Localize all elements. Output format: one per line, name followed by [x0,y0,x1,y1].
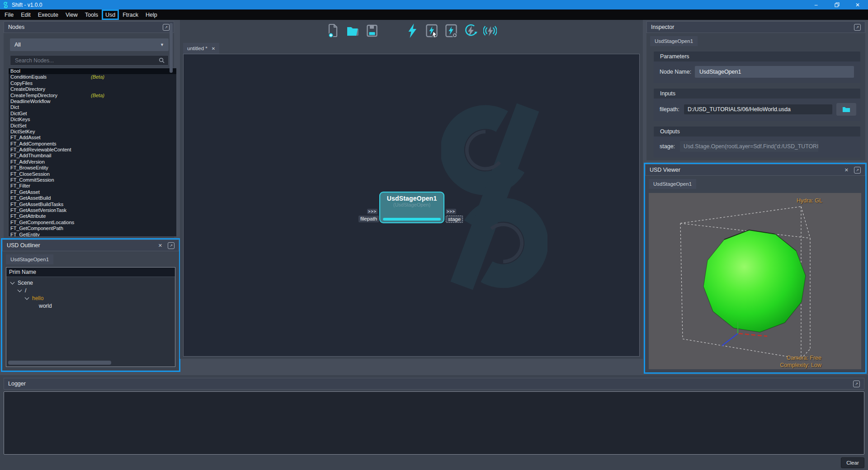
folder-icon [842,106,850,113]
node-type-item[interactable]: DictSetKey [9,129,176,135]
inspector-tab[interactable]: UsdStageOpen1 [650,36,698,46]
inspector-header: Inspector ↗ [646,21,865,33]
node-graph-view[interactable]: >>> filepath UsdStageOpen1 (UsdStageOpen… [183,54,640,357]
node-type-item[interactable]: FT_GetComponentPath [9,226,176,231]
menu-item-file[interactable]: File [1,9,17,20]
save-scene-icon[interactable] [365,23,379,38]
re-execute-icon[interactable] [464,23,477,38]
open-scene-icon[interactable] [346,23,359,38]
node-graph-panel: untitled * ✕ >>> filepath UsdStageOpen1 … [180,20,643,359]
graph-tab-untitled[interactable]: untitled * ✕ [183,43,219,54]
menu-item-ftrack[interactable]: Ftrack [119,9,142,20]
new-scene-icon[interactable] [326,23,340,38]
node-type-item[interactable]: FT_Filter [9,183,176,189]
float-panel-icon[interactable]: ↗ [854,24,861,31]
restore-button[interactable] [826,0,847,9]
node-type-item[interactable]: Bool [9,68,176,74]
outputs-section-header: Outputs [654,127,860,136]
usd-stage-open-node[interactable]: UsdStageOpen1 (UsdStageOpen) [379,192,444,223]
node-type-item[interactable]: ConditionEquals(Beta) [9,74,176,80]
node-type-item[interactable]: FT_GetComponentLocations [9,220,176,226]
node-type-item[interactable]: DeadlineWorkflow [9,99,176,104]
float-panel-icon[interactable]: ↗ [163,24,170,31]
float-panel-icon[interactable]: ↗ [854,167,861,174]
menu-item-help[interactable]: Help [142,9,161,20]
menu-item-view[interactable]: View [62,9,81,20]
node-filter-dropdown[interactable]: All ▼ [10,38,169,51]
outliner-header: USD Outliner ✕ ↗ [2,240,179,251]
menu-item-execute[interactable]: Execute [34,9,62,20]
expand-chevron-icon[interactable] [10,280,15,284]
execute-selected-icon[interactable] [425,23,439,38]
usd-outliner-panel: USD Outliner ✕ ↗ UsdStageOpen1 Prim Name… [1,238,180,372]
node-name-field[interactable] [695,66,854,78]
scene-render [649,193,861,369]
logger-output-area[interactable] [4,391,864,455]
node-type-item[interactable]: CreateDirectory [9,86,176,92]
node-type-item[interactable]: FT_AddComponents [9,141,176,147]
live-execution-icon[interactable] [483,23,497,38]
node-type-item[interactable]: FT_AddVersion [9,159,176,165]
node-type-item[interactable]: FT_BrowseEntity [9,165,176,171]
inputs-section: Inputs filepath: [654,89,860,121]
viewer-viewport[interactable]: Hydra: GL Camera: Free Complexity: Low [649,193,861,369]
browse-file-button[interactable] [836,103,856,116]
tree-item[interactable]: / [6,287,175,294]
node-type-item[interactable]: DictGet [9,111,176,117]
node-type-item[interactable]: FT_GetAsset [9,189,176,195]
filepath-label: filepath: [660,106,684,113]
node-type-item[interactable]: FT_AddThumbnail [9,153,176,159]
beta-badge: (Beta) [91,74,104,80]
expand-chevron-icon[interactable] [25,295,29,300]
tree-item[interactable]: Scene [6,279,175,287]
expand-chevron-icon[interactable] [18,287,22,292]
node-subtitle: (UsdStageOpen) [380,202,443,207]
node-type-item[interactable]: CreateTempDirectory(Beta) [9,93,176,99]
close-button[interactable]: ✕ [847,0,868,9]
nodes-panel-title: Nodes [8,24,24,30]
tab-close-icon[interactable]: ✕ [212,46,215,51]
chevron-down-icon: ▼ [160,42,164,47]
node-type-item[interactable]: FT_AddReviewableContent [9,147,176,153]
output-port-chevrons[interactable]: >>> [446,209,456,214]
node-type-item[interactable]: FT_GetAssetBuild [9,195,176,201]
node-type-item[interactable]: FT_GetAssetBuildTasks [9,202,176,207]
node-type-item[interactable]: DictKeys [9,117,176,122]
minimize-button[interactable]: – [806,0,826,9]
float-panel-icon[interactable]: ↗ [853,381,860,387]
clear-log-button[interactable]: Clear [841,457,864,468]
outliner-title: USD Outliner [7,242,40,249]
node-title: UsdStageOpen1 [380,195,443,202]
menu-item-edit[interactable]: Edit [17,9,34,20]
node-type-item[interactable]: FT_CommitSession [9,177,176,183]
execute-from-selected-icon[interactable] [444,23,458,38]
node-type-item[interactable]: FT_GetEntity [9,232,176,237]
menu-item-usd[interactable]: Usd [102,9,119,20]
node-type-item[interactable]: DictSet [9,123,176,129]
close-panel-icon[interactable]: ✕ [158,243,162,249]
graph-toolbar [180,23,643,38]
node-type-item[interactable]: FT_AddAsset [9,135,176,141]
node-type-item[interactable]: Dict [9,104,176,110]
viewer-tab[interactable]: UsdStageOpen1 [649,179,696,189]
node-list-scrollbar[interactable] [170,23,173,73]
outliner-tab[interactable]: UsdStageOpen1 [6,254,53,264]
execute-icon[interactable] [406,23,419,38]
node-type-item[interactable]: FT_GetAttribute [9,213,176,219]
tree-item[interactable]: hello [6,294,175,302]
menu-item-tools[interactable]: Tools [81,9,102,20]
output-port-label[interactable]: stage [446,216,463,223]
tree-item[interactable]: world [6,302,175,310]
node-type-item[interactable]: FT_CloseSession [9,171,176,177]
filepath-field[interactable] [684,104,832,114]
node-type-item[interactable]: CopyFiles [9,80,176,86]
close-panel-icon[interactable]: ✕ [844,167,849,173]
shift-logo-watermark [441,99,547,294]
beta-badge: (Beta) [91,93,104,99]
search-input[interactable] [14,57,159,64]
input-port-chevrons[interactable]: >>> [367,209,377,214]
float-panel-icon[interactable]: ↗ [168,242,175,249]
outliner-hscrollbar[interactable] [8,361,111,365]
node-type-item[interactable]: FT_GetAssetVersionTask [9,207,176,213]
input-port-label[interactable]: filepath [359,216,379,222]
